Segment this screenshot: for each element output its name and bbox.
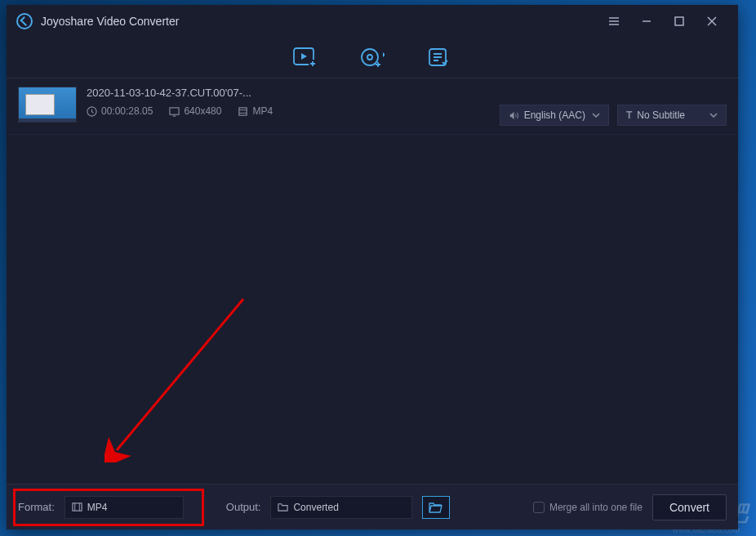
screen-icon	[169, 106, 180, 117]
app-title: Joyoshare Video Converter	[41, 15, 179, 28]
subtitle-dropdown[interactable]: T No Subtitle	[617, 105, 727, 126]
add-disc-button[interactable]	[359, 45, 385, 71]
format-value: MP4	[252, 105, 273, 117]
open-folder-icon	[429, 502, 443, 513]
svg-rect-7	[170, 107, 179, 114]
menu-button[interactable]	[598, 5, 630, 38]
format-selector[interactable]: MP4	[64, 496, 184, 519]
format-text: MP4	[87, 502, 108, 513]
resolution-meta: 640x480	[169, 105, 221, 117]
merge-checkbox[interactable]: Merge all into one file	[533, 502, 643, 513]
svg-rect-8	[239, 107, 247, 114]
svg-point-4	[367, 55, 372, 60]
format-meta: MP4	[238, 105, 273, 117]
film-icon	[238, 106, 248, 117]
folder-icon	[278, 502, 288, 512]
svg-point-3	[362, 49, 378, 65]
chevron-down-icon	[709, 113, 718, 118]
output-folder-box[interactable]: Converted	[270, 496, 412, 519]
duration-value: 00:00:28.05	[101, 105, 153, 117]
output-text: Converted	[293, 502, 338, 513]
maximize-icon	[674, 16, 685, 27]
chevron-down-icon	[592, 113, 600, 118]
file-info: 2020-11-03-10-42-37.CUT.00'07-... 00:00:…	[87, 87, 273, 117]
svg-rect-0	[675, 17, 683, 25]
merge-label: Merge all into one file	[549, 502, 643, 513]
app-logo-icon	[16, 13, 33, 29]
clock-icon	[87, 106, 97, 117]
file-meta: 00:00:28.05 640x480 MP4	[87, 105, 273, 117]
bottom-bar: Format: MP4 Output: Converted Merge all …	[7, 484, 738, 529]
app-window: Joyoshare Video Converter	[7, 5, 738, 529]
svg-rect-9	[73, 503, 82, 511]
audio-dropdown[interactable]: English (AAC)	[500, 105, 609, 126]
close-button[interactable]	[696, 5, 728, 38]
format-label: Format:	[18, 501, 55, 513]
toolbar	[7, 38, 738, 78]
duration-meta: 00:00:28.05	[87, 105, 153, 117]
list-check-icon	[428, 47, 451, 69]
minimize-button[interactable]	[630, 5, 663, 38]
task-list-button[interactable]	[426, 45, 452, 71]
browse-folder-button[interactable]	[422, 496, 450, 519]
checkbox-icon	[533, 502, 545, 513]
add-video-button[interactable]	[292, 45, 318, 71]
file-name: 2020-11-03-10-42-37.CUT.00'07-...	[87, 87, 273, 99]
add-video-icon	[293, 47, 318, 69]
file-item[interactable]: 2020-11-03-10-42-37.CUT.00'07-... 00:00:…	[7, 78, 738, 135]
convert-button[interactable]: Convert	[652, 494, 727, 520]
resolution-value: 640x480	[184, 105, 221, 117]
output-label: Output:	[226, 501, 261, 513]
film-icon	[72, 502, 82, 512]
convert-label: Convert	[669, 501, 709, 514]
disc-icon	[360, 47, 385, 69]
file-list: 2020-11-03-10-42-37.CUT.00'07-... 00:00:…	[7, 78, 738, 484]
text-icon: T	[626, 109, 632, 121]
video-thumbnail[interactable]	[18, 87, 77, 123]
close-icon	[706, 16, 718, 27]
subtitle-value: No Subtitle	[637, 109, 685, 121]
titlebar: Joyoshare Video Converter	[7, 5, 738, 38]
file-options: English (AAC) T No Subtitle	[500, 87, 727, 126]
hamburger-icon	[608, 16, 620, 27]
audio-value: English (AAC)	[524, 109, 585, 121]
speaker-icon	[509, 110, 519, 121]
maximize-button[interactable]	[663, 5, 696, 38]
minimize-icon	[641, 16, 652, 27]
